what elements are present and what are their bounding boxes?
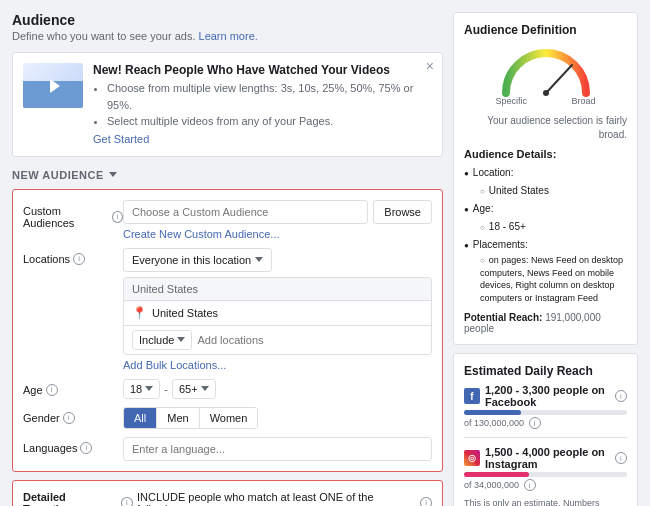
instagram-platform: ◎ 1,500 - 4,000 people on Instagram i [464, 446, 627, 470]
gauge-svg [496, 43, 596, 98]
promo-title: New! Reach People Who Have Watched Your … [93, 63, 432, 77]
gauge-container: Specific Broad [464, 43, 627, 106]
age-row: Age i 18 - 65+ [23, 379, 432, 399]
facebook-of-info-icon[interactable]: i [529, 417, 541, 429]
location-pin-icon: 📍 [132, 306, 147, 320]
locations-label: Locations i [23, 248, 123, 265]
divider [464, 437, 627, 438]
location-region-header: United States [124, 278, 431, 301]
promo-cta-link[interactable]: Get Started [93, 133, 149, 145]
estimated-daily-reach-title: Estimated Daily Reach [464, 364, 627, 378]
gauge-broad-label: Broad [571, 96, 595, 106]
instagram-reach-of: of 34,000,000 i [464, 479, 627, 491]
gender-row: Gender i All Men Women [23, 407, 432, 429]
gender-all-button[interactable]: All [124, 408, 157, 428]
potential-reach: Potential Reach: 191,000,000 people [464, 312, 627, 334]
audience-definition-title: Audience Definition [464, 23, 627, 37]
gender-control: All Men Women [123, 407, 432, 429]
audience-definition-section: Audience Definition [453, 12, 638, 345]
page-title: Audience [12, 12, 443, 28]
locations-info-icon[interactable]: i [73, 253, 85, 265]
audience-header: Audience Define who you want to see your… [12, 12, 443, 42]
instagram-icon: ◎ [464, 450, 480, 466]
location-add-row: Include [124, 325, 431, 354]
custom-audiences-info-icon[interactable]: i [112, 211, 123, 223]
detail-age-value: 18 - 65+ [464, 218, 627, 236]
instagram-reach-bar-container [464, 472, 627, 477]
location-item: 📍 United States [124, 301, 431, 325]
detail-age: Age: [464, 200, 627, 218]
reach-note: This is only an estimate. Numbers shown … [464, 497, 627, 506]
gauge-labels: Specific Broad [496, 96, 596, 106]
include-dropdown-chevron [177, 337, 185, 342]
gender-men-button[interactable]: Men [157, 408, 199, 428]
promo-bullet-2: Select multiple videos from any of your … [107, 113, 432, 130]
facebook-reach-numbers: 1,200 - 3,300 people on Facebook [485, 384, 610, 408]
include-dropdown[interactable]: Include [132, 330, 192, 350]
audience-form-box: Custom Audiences i Browse Create New Cus… [12, 189, 443, 472]
age-dash: - [164, 383, 168, 395]
facebook-reach-of: of 130,000,000 i [464, 417, 627, 429]
facebook-reach-bar-container [464, 410, 627, 415]
facebook-reach-row: f 1,200 - 3,300 people on Facebook i of … [464, 384, 627, 429]
potential-reach-label: Potential Reach: [464, 312, 542, 323]
audience-details-title: Audience Details: [464, 148, 627, 160]
age-min-select[interactable]: 18 [123, 379, 160, 399]
detailed-targeting-info-icon[interactable]: i [121, 497, 133, 507]
chevron-down-icon [109, 172, 117, 177]
age-label: Age i [23, 379, 123, 396]
promo-thumbnail [23, 63, 83, 108]
page-subtitle: Define who you want to see your ads. Lea… [12, 30, 443, 42]
detail-location: Location: [464, 164, 627, 182]
learn-more-link[interactable]: Learn more. [199, 30, 258, 42]
gender-label: Gender i [23, 407, 123, 424]
audience-details-list: Location: United States Age: 18 - 65+ Pl… [464, 164, 627, 304]
custom-audiences-browse-button[interactable]: Browse [373, 200, 432, 224]
gender-info-icon[interactable]: i [63, 412, 75, 424]
instagram-reach-numbers: 1,500 - 4,000 people on Instagram [485, 446, 610, 470]
detailed-targeting-box: Detailed Targeting i INCLUDE people who … [12, 480, 443, 507]
custom-audiences-label: Custom Audiences i [23, 200, 123, 229]
location-dropdown-chevron [255, 257, 263, 262]
facebook-icon: f [464, 388, 480, 404]
age-control: 18 - 65+ [123, 379, 432, 399]
detailed-targeting-desc-info-icon[interactable]: i [420, 497, 432, 507]
detail-placements-value: on pages: News Feed on desktop computers… [464, 254, 627, 304]
estimated-daily-reach-section: Estimated Daily Reach f 1,200 - 3,300 pe… [453, 353, 638, 506]
new-audience-header[interactable]: NEW AUDIENCE [12, 169, 443, 181]
location-box: United States 📍 United States Include [123, 277, 432, 355]
facebook-platform: f 1,200 - 3,300 people on Facebook i [464, 384, 627, 408]
add-bulk-locations-link[interactable]: Add Bulk Locations... [123, 359, 432, 371]
gender-women-button[interactable]: Women [200, 408, 258, 428]
instagram-reach-info-icon[interactable]: i [615, 452, 627, 464]
languages-label: Languages i [23, 437, 123, 454]
instagram-of-info-icon[interactable]: i [524, 479, 536, 491]
instagram-reach-bar [464, 472, 529, 477]
close-icon[interactable]: × [426, 59, 434, 73]
age-min-chevron [145, 386, 153, 391]
detailed-targeting-description: INCLUDE people who match at least ONE of… [137, 491, 416, 507]
custom-audiences-control: Browse Create New Custom Audience... [123, 200, 432, 240]
languages-input[interactable] [123, 437, 432, 461]
promo-content: New! Reach People Who Have Watched Your … [93, 63, 432, 146]
languages-row: Languages i [23, 437, 432, 461]
audience-details: Audience Details: Location: United State… [464, 148, 627, 304]
gender-toggle: All Men Women [123, 407, 258, 429]
location-type-dropdown[interactable]: Everyone in this location [123, 248, 272, 272]
locations-control: Everyone in this location United States … [123, 248, 432, 371]
age-max-select[interactable]: 65+ [172, 379, 216, 399]
promo-banner: New! Reach People Who Have Watched Your … [12, 52, 443, 157]
custom-audiences-input[interactable] [123, 200, 368, 224]
add-locations-input[interactable] [197, 334, 423, 346]
detail-location-value: United States [464, 182, 627, 200]
facebook-reach-bar [464, 410, 521, 415]
facebook-reach-info-icon[interactable]: i [615, 390, 627, 402]
age-max-chevron [201, 386, 209, 391]
languages-info-icon[interactable]: i [80, 442, 92, 454]
age-info-icon[interactable]: i [46, 384, 58, 396]
svg-line-0 [546, 65, 572, 93]
play-icon [50, 79, 60, 93]
create-custom-audience-link[interactable]: Create New Custom Audience... [123, 228, 432, 240]
languages-control [123, 437, 432, 461]
instagram-reach-row: ◎ 1,500 - 4,000 people on Instagram i of… [464, 446, 627, 491]
